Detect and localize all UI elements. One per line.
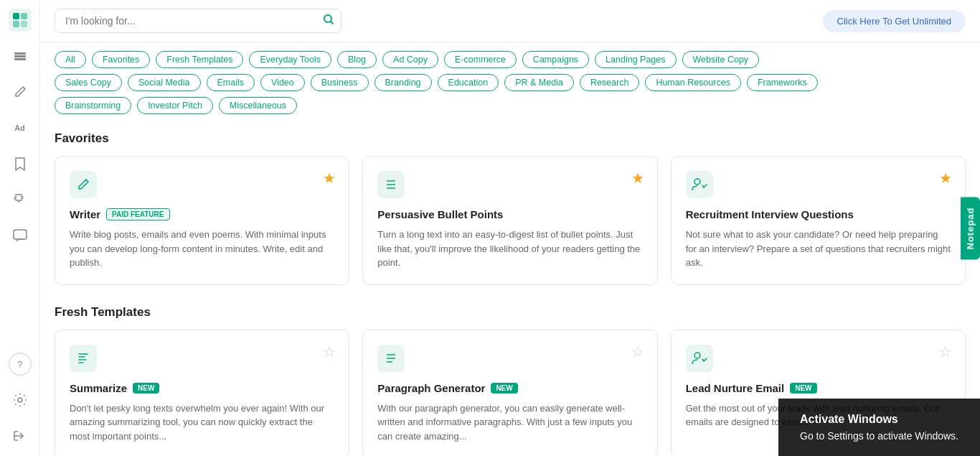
filter-ad-copy[interactable]: Ad Copy [382, 51, 438, 68]
card-writer-title-row: Writer PAID FEATURE [70, 208, 334, 220]
card-lead-nurture-title-row: Lead Nurture Email NEW [686, 382, 951, 394]
card-paragraph-title-row: Paragraph Generator NEW [377, 382, 642, 394]
card-recruitment-title-row: Recruitment Interview Questions [686, 208, 951, 220]
filter-all[interactable]: All [55, 51, 86, 68]
bookmark-icon[interactable] [9, 152, 32, 175]
card-lead-nurture-badge: NEW [790, 383, 816, 394]
card-paragraph-desc: With our paragraph generator, you can ea… [377, 401, 642, 444]
card-summarize-star[interactable]: ☆ [323, 343, 336, 360]
logout-icon[interactable] [9, 424, 32, 447]
chat-icon[interactable] [9, 224, 32, 247]
card-recruitment-title: Recruitment Interview Questions [686, 208, 854, 220]
card-lead-nurture-star[interactable]: ☆ [939, 343, 952, 360]
activate-title: Activate Windows [800, 413, 958, 426]
card-summarize-badge: NEW [133, 383, 159, 394]
svg-rect-6 [14, 58, 26, 60]
svg-rect-1 [21, 13, 27, 19]
puzzle-icon[interactable] [9, 188, 32, 211]
card-lead-nurture-title: Lead Nurture Email [686, 382, 785, 394]
card-bullet-star[interactable]: ★ [631, 169, 644, 187]
card-writer-desc: Write blog posts, emails and even poems.… [70, 228, 334, 270]
activate-body: Go to Settings to activate Windows. [800, 430, 958, 442]
activate-overlay: Activate Windows Go to Settings to activ… [778, 399, 980, 456]
filter-landing-pages[interactable]: Landing Pages [595, 51, 676, 68]
card-recruitment[interactable]: ★ Recruitment Interview Questions Not su… [671, 156, 966, 285]
card-bullet-desc: Turn a long text into an easy-to-digest … [377, 228, 642, 270]
svg-rect-2 [13, 21, 19, 27]
filter-website-copy[interactable]: Website Copy [682, 51, 760, 68]
filter-research[interactable]: Research [580, 74, 640, 91]
filter-ecommerce[interactable]: E-commerce [444, 51, 517, 68]
filter-everyday-tools[interactable]: Everyday Tools [249, 51, 331, 68]
filter-favorites[interactable]: Favorites [92, 51, 150, 68]
card-summarize-title: Summarize [70, 382, 127, 394]
filter-row-1: All Favorites Fresh Templates Everyday T… [55, 51, 966, 68]
filter-education[interactable]: Education [438, 74, 499, 91]
card-writer-title: Writer [70, 208, 100, 220]
card-lead-nurture-icon [686, 345, 713, 372]
search-icon [323, 14, 334, 28]
favorites-title: Favorites [55, 131, 966, 146]
card-paragraph[interactable]: ☆ Paragraph Generator NEW With our parag… [362, 330, 657, 457]
card-writer-icon [70, 171, 97, 198]
filter-emails[interactable]: Emails [207, 74, 255, 91]
svg-point-17 [694, 353, 700, 358]
filter-brainstorming[interactable]: Brainstorming [55, 97, 131, 114]
layers-icon[interactable] [9, 45, 32, 68]
filter-investor-pitch[interactable]: Investor Pitch [137, 97, 213, 114]
filter-sales-copy[interactable]: Sales Copy [55, 74, 122, 91]
card-recruitment-icon [686, 171, 713, 198]
card-recruitment-desc: Not sure what to ask your candidate? Or … [686, 228, 951, 270]
filter-video[interactable]: Video [260, 74, 305, 91]
card-bullet-title-row: Persuasive Bullet Points [377, 208, 642, 220]
card-paragraph-badge: NEW [491, 383, 517, 394]
card-bullet-points[interactable]: ★ Persuasive Bullet Points Turn a long t… [362, 156, 657, 285]
notepad-tab[interactable]: Notepad [961, 197, 980, 259]
help-icon[interactable]: ? [9, 353, 32, 376]
svg-rect-4 [14, 52, 26, 55]
card-bullet-icon [377, 171, 405, 198]
card-recruitment-star[interactable]: ★ [939, 169, 952, 187]
filter-frameworks[interactable]: Frameworks [747, 74, 818, 91]
filter-fresh-templates[interactable]: Fresh Templates [156, 51, 243, 68]
filter-miscellaneous[interactable]: Miscellaneous [219, 97, 297, 114]
filter-row-2: Sales Copy Social Media Emails Video Bus… [55, 74, 966, 91]
filter-human-resources[interactable]: Human Resources [645, 74, 741, 91]
fresh-title: Fresh Templates [55, 305, 966, 320]
search-wrap [55, 9, 341, 33]
card-writer-star[interactable]: ★ [323, 169, 336, 187]
filter-blog[interactable]: Blog [337, 51, 377, 68]
settings-icon[interactable] [9, 388, 32, 411]
card-bullet-title: Persuasive Bullet Points [377, 208, 503, 220]
topbar: Click Here To Get Unlimited [40, 0, 980, 42]
main-content: Click Here To Get Unlimited All Favorite… [40, 0, 980, 456]
filter-area: All Favorites Fresh Templates Everyday T… [40, 42, 980, 120]
cta-button[interactable]: Click Here To Get Unlimited [823, 10, 966, 32]
card-writer-badge: PAID FEATURE [106, 208, 169, 220]
card-summarize[interactable]: ☆ Summarize NEW Don't let pesky long tex… [55, 330, 349, 457]
svg-rect-3 [21, 21, 27, 27]
card-summarize-desc: Don't let pesky long texts overwhelm you… [70, 401, 334, 444]
svg-rect-7 [14, 230, 27, 239]
filter-business[interactable]: Business [311, 74, 369, 91]
svg-point-8 [18, 398, 22, 402]
filter-social-media[interactable]: Social Media [128, 74, 201, 91]
favorites-cards: ★ Writer PAID FEATURE Write blog posts, … [55, 156, 966, 285]
edit-icon[interactable] [9, 80, 32, 103]
ad-icon[interactable]: Ad [9, 116, 32, 139]
svg-point-13 [694, 179, 700, 185]
filter-branding[interactable]: Branding [374, 74, 432, 91]
card-paragraph-title: Paragraph Generator [377, 382, 485, 394]
sidebar: Ad ? [0, 0, 40, 456]
card-writer[interactable]: ★ Writer PAID FEATURE Write blog posts, … [55, 156, 349, 285]
card-paragraph-star[interactable]: ☆ [631, 343, 644, 360]
logo-icon[interactable] [9, 9, 32, 32]
filter-row-3: Brainstorming Investor Pitch Miscellaneo… [55, 97, 966, 114]
search-input[interactable] [55, 9, 341, 33]
card-summarize-icon [70, 345, 97, 372]
filter-pr-media[interactable]: PR & Media [504, 74, 574, 91]
card-summarize-title-row: Summarize NEW [70, 382, 334, 394]
svg-rect-0 [13, 13, 19, 19]
card-paragraph-icon [377, 345, 405, 372]
filter-campaigns[interactable]: Campaigns [522, 51, 589, 68]
